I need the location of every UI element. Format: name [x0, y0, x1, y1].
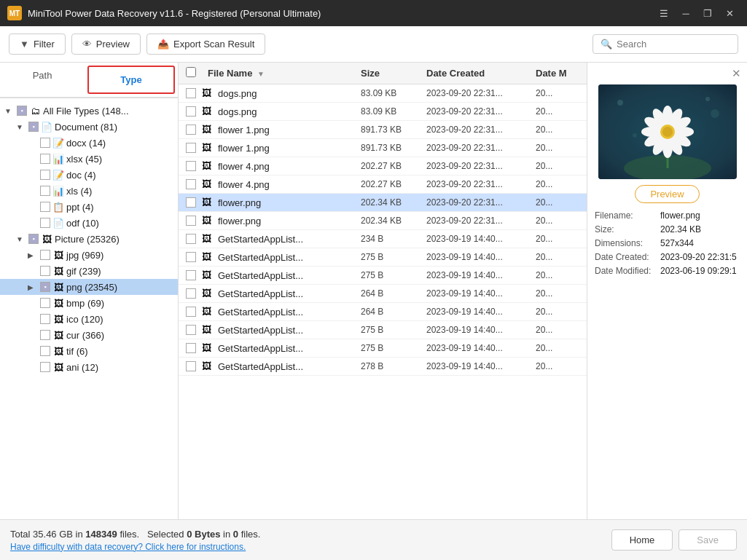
row-checkbox[interactable] — [186, 161, 196, 171]
tree-item-bmp[interactable]: 🖼bmp (69) — [0, 295, 178, 311]
tree-item-cur[interactable]: 🖼cur (366) — [0, 327, 178, 343]
tree-checkbox[interactable] — [40, 346, 50, 356]
menu-button[interactable]: ☰ — [654, 3, 674, 23]
tree-item-gif[interactable]: 🖼gif (239) — [0, 263, 178, 279]
tree-item-png[interactable]: ▶▪🖼png (23545) — [0, 279, 178, 295]
tree-checkbox[interactable]: ▪ — [28, 234, 39, 244]
row-checkbox[interactable] — [186, 325, 196, 335]
row-checkbox[interactable] — [186, 216, 196, 226]
tree-checkbox[interactable] — [40, 154, 50, 164]
row-checkbox[interactable] — [186, 234, 196, 244]
row-checkbox[interactable] — [186, 343, 196, 353]
row-checkbox[interactable] — [186, 197, 196, 208]
search-box[interactable]: 🔍 — [592, 34, 738, 54]
table-row[interactable]: 🖼GetStartedAppList...275 B2023-09-19 14:… — [179, 248, 587, 267]
close-button[interactable]: ✕ — [719, 3, 740, 23]
tree-checkbox[interactable]: ▪ — [28, 122, 39, 132]
tree-item-jpg[interactable]: ▶🖼jpg (969) — [0, 247, 178, 263]
tree-checkbox[interactable] — [40, 250, 50, 260]
table-row[interactable]: 🖼GetStartedAppList...275 B2023-09-19 14:… — [179, 321, 587, 339]
app-title: MiniTool Power Data Recovery v11.6 - Reg… — [28, 8, 321, 19]
tree-checkbox[interactable] — [40, 330, 50, 340]
save-button[interactable]: Save — [678, 529, 737, 551]
minimize-button[interactable]: ─ — [676, 3, 696, 23]
row-checkbox[interactable] — [186, 307, 196, 317]
expand-icon[interactable]: ▶ — [28, 251, 38, 259]
tree-checkbox[interactable] — [40, 170, 50, 180]
file-date-modified: 20... — [536, 216, 579, 226]
home-button[interactable]: Home — [611, 529, 673, 551]
tree-checkbox[interactable] — [40, 266, 50, 276]
expand-icon[interactable]: ▼ — [4, 107, 15, 115]
restore-button[interactable]: ❐ — [697, 3, 718, 23]
table-row[interactable]: 🖼dogs.png83.09 KB2023-09-20 22:31...20..… — [179, 103, 587, 121]
tree-item-xlsx[interactable]: 📊xlsx (45) — [0, 151, 178, 167]
tree-item-tif[interactable]: 🖼tif (6) — [0, 343, 178, 359]
table-row[interactable]: 🖼flower.png202.34 KB2023-09-20 22:31...2… — [179, 194, 587, 212]
tree-checkbox[interactable] — [40, 298, 50, 308]
tree-item-docx[interactable]: 📝docx (14) — [0, 135, 178, 151]
tree-item-picture[interactable]: ▼▪🖼Picture (25326) — [0, 231, 178, 247]
tree-checkbox[interactable] — [40, 138, 50, 148]
col-header-size[interactable]: Size — [361, 68, 426, 79]
col-header-date-modified[interactable]: Date M — [536, 68, 579, 79]
expand-icon[interactable]: ▼ — [16, 235, 26, 243]
row-checkbox[interactable] — [186, 252, 196, 262]
row-checkbox[interactable] — [186, 270, 196, 280]
table-row[interactable]: 🖼flower 4.png202.27 KB2023-09-20 22:31..… — [179, 157, 587, 176]
table-row[interactable]: 🖼dogs.png83.09 KB2023-09-20 22:31...20..… — [179, 84, 587, 103]
tree-checkbox[interactable] — [40, 218, 50, 228]
row-checkbox[interactable] — [186, 125, 196, 135]
table-row[interactable]: 🖼GetStartedAppList...264 B2023-09-19 14:… — [179, 285, 587, 303]
file-type-icon: 🖼 — [202, 360, 214, 372]
check-all-checkbox[interactable] — [186, 67, 196, 77]
tree-item-xls[interactable]: 📊xls (4) — [0, 183, 178, 199]
tree-item-ico[interactable]: 🖼ico (120) — [0, 311, 178, 327]
row-checkbox[interactable] — [186, 179, 196, 189]
tree-item-doc2[interactable]: 📝doc (4) — [0, 167, 178, 183]
tree-item-ani[interactable]: 🖼ani (12) — [0, 359, 178, 375]
tree-item-odf[interactable]: 📄odf (10) — [0, 215, 178, 231]
expand-icon[interactable]: ▼ — [16, 123, 26, 131]
table-row[interactable]: 🖼GetStartedAppList...234 B2023-09-19 14:… — [179, 230, 587, 248]
row-checkbox[interactable] — [186, 288, 196, 299]
help-link[interactable]: Have difficulty with data recovery? Clic… — [10, 542, 260, 552]
tree-checkbox[interactable]: ▪ — [17, 106, 27, 116]
tab-type[interactable]: Type — [87, 66, 175, 94]
tree-item-icon: 🖼 — [52, 313, 64, 325]
tree-checkbox[interactable] — [40, 362, 50, 372]
preview-close-button[interactable]: ✕ — [732, 67, 741, 80]
table-row[interactable]: 🖼flower 1.png891.73 KB2023-09-20 22:31..… — [179, 139, 587, 157]
tree-checkbox[interactable]: ▪ — [40, 282, 50, 292]
row-checkbox[interactable] — [186, 143, 196, 153]
row-checkbox[interactable] — [186, 106, 196, 117]
tree-checkbox[interactable] — [40, 202, 50, 212]
table-row[interactable]: 🖼flower.png202.34 KB2023-09-20 22:31...2… — [179, 212, 587, 230]
tree-checkbox[interactable] — [40, 314, 50, 324]
row-checkbox[interactable] — [186, 361, 196, 371]
tree-item-ppt[interactable]: 📋ppt (4) — [0, 199, 178, 215]
col-header-date-created[interactable]: Date Created — [426, 68, 536, 79]
search-input[interactable] — [617, 39, 730, 50]
tree-checkbox[interactable] — [40, 186, 50, 196]
file-date-modified: 20... — [536, 307, 579, 317]
table-row[interactable]: 🖼GetStartedAppList...275 B2023-09-19 14:… — [179, 339, 587, 358]
svg-point-20 — [705, 97, 710, 101]
preview-button[interactable]: 👁 Preview — [71, 33, 141, 55]
preview-action-button[interactable]: Preview — [635, 185, 699, 203]
table-row[interactable]: 🖼GetStartedAppList...278 B2023-09-19 14:… — [179, 358, 587, 376]
table-row[interactable]: 🖼flower 4.png202.27 KB2023-09-20 22:31..… — [179, 176, 587, 194]
table-row[interactable]: 🖼GetStartedAppList...275 B2023-09-19 14:… — [179, 267, 587, 285]
tree-item-doc[interactable]: ▼▪📄Document (81) — [0, 119, 178, 135]
tree-item-icon: 🖼 — [52, 249, 64, 261]
row-checkbox[interactable] — [186, 88, 196, 98]
tab-path[interactable]: Path — [0, 63, 85, 97]
table-row[interactable]: 🖼flower 1.png891.73 KB2023-09-20 22:31..… — [179, 121, 587, 139]
table-row[interactable]: 🖼GetStartedAppList...264 B2023-09-19 14:… — [179, 303, 587, 321]
tree-item-all[interactable]: ▼▪🗂All File Types (148... — [0, 103, 178, 119]
expand-icon[interactable]: ▶ — [28, 283, 38, 291]
export-button[interactable]: 📤 Export Scan Result — [146, 33, 265, 55]
filter-button[interactable]: ▼ Filter — [9, 33, 66, 55]
col-header-name[interactable]: File Name ▼ — [208, 68, 361, 79]
file-list: 🖼dogs.png83.09 KB2023-09-20 22:31...20..… — [179, 84, 587, 519]
